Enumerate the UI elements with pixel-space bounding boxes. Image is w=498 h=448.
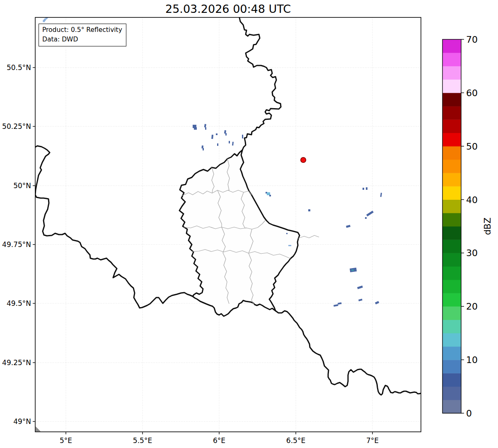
radar-echo — [380, 193, 382, 197]
radar-site-marker — [301, 157, 306, 163]
border-luxembourg — [179, 150, 300, 316]
radar-echo — [308, 209, 310, 211]
radar-echo — [286, 233, 288, 234]
colorbar-segment — [442, 146, 461, 160]
colorbar-segment — [442, 53, 461, 66]
radar-echo — [366, 187, 367, 190]
radar-echo — [363, 188, 364, 190]
border-france-belgium — [35, 146, 193, 308]
product-annotation: Product: 0.5° Reflectivity Data: DWD — [39, 24, 126, 46]
colorbar-segment — [442, 293, 461, 307]
colorbar-segment — [442, 39, 461, 53]
colorbar-tick-label: 30 — [466, 248, 478, 258]
colorbar-segment — [442, 119, 461, 133]
colorbar-tick-label: 20 — [466, 301, 478, 312]
radar-echo — [225, 133, 227, 136]
colorbar-tick-label: 0 — [466, 408, 472, 419]
colorbar-tick-label: 10 — [466, 355, 478, 365]
radar-echo — [216, 133, 218, 135]
colorbar-tick-label: 40 — [466, 195, 478, 205]
colorbar-ticks: 010203040506070 — [461, 34, 478, 419]
colorbar-segment — [442, 373, 461, 387]
colorbar-segment — [442, 333, 461, 347]
colorbar-segment — [442, 320, 461, 334]
colorbar-segment — [442, 213, 461, 227]
x-tick-label: 5°E — [60, 436, 72, 445]
y-tick-label: 49°N — [13, 417, 31, 426]
colorbar-segment — [442, 266, 461, 280]
radar-echo — [229, 141, 230, 143]
y-tick-label: 49.75°N — [2, 240, 31, 249]
radar-echo — [42, 18, 46, 22]
colorbar-tick-label: 70 — [466, 34, 478, 45]
country-borders — [35, 18, 421, 395]
radar-echo — [242, 135, 243, 138]
x-tick-label: 7°E — [366, 436, 379, 445]
colorbar-segment — [442, 66, 461, 80]
colorbar-tick-label: 60 — [466, 88, 478, 98]
colorbar-segment — [442, 280, 461, 293]
map-plot: 5°E5.5°E6°E6.5°E7°E50.5°N50.25°N50°N49.7… — [0, 0, 498, 448]
y-tick-label: 50°N — [13, 182, 31, 190]
colorbar-segment — [442, 160, 461, 173]
radar-echo — [269, 195, 271, 196]
radar-echo — [205, 127, 206, 130]
radar-echo — [358, 299, 363, 301]
radar-echo — [366, 211, 374, 216]
y-tick-label: 50.25°N — [2, 122, 31, 131]
colorbar-segment — [442, 360, 461, 373]
colorbar-segment — [442, 93, 461, 107]
y-tick-label: 50.5°N — [7, 63, 31, 72]
colorbar-label: dBZ — [483, 218, 493, 235]
y-tick-label: 49.5°N — [7, 299, 31, 308]
annotation-data-line: Data: DWD — [42, 35, 122, 44]
canton-line — [298, 235, 319, 238]
x-tick-label: 5.5°E — [133, 436, 152, 445]
y-tick-label: 49.25°N — [2, 358, 31, 367]
axis-tick-labels: 5°E5.5°E6°E6.5°E7°E50.5°N50.25°N50°N49.7… — [2, 63, 379, 445]
colorbar-segment — [442, 133, 461, 147]
radar-echo — [346, 225, 351, 228]
colorbar-segment — [442, 186, 461, 200]
radar-echo — [204, 124, 206, 128]
colorbar-segment — [442, 240, 461, 253]
radar-echo — [217, 143, 218, 146]
radar-echo — [351, 269, 354, 271]
radar-echo — [334, 304, 338, 307]
radar-echo — [288, 245, 291, 246]
radar-echo — [267, 192, 270, 195]
colorbar-segment — [442, 253, 461, 266]
radar-echo — [375, 301, 379, 304]
colorbar-segment — [442, 80, 461, 93]
annotation-product-line: Product: 0.5° Reflectivity — [42, 25, 122, 35]
colorbar-segment — [442, 306, 461, 320]
colorbar-segment — [442, 400, 461, 414]
colorbar-tick-label: 50 — [466, 141, 478, 152]
radar-echo — [232, 142, 234, 145]
colorbar-segment — [442, 106, 461, 120]
colorbar-segment — [442, 226, 461, 240]
border-belgium-germany — [239, 18, 281, 150]
x-tick-label: 6.5°E — [286, 436, 305, 445]
border-france-germany — [276, 311, 421, 395]
colorbar-segment — [442, 346, 461, 360]
radar-figure: 5°E5.5°E6°E6.5°E7°E50.5°N50.25°N50°N49.7… — [0, 0, 498, 448]
radar-echo — [357, 286, 363, 289]
figure-title: 25.03.2026 00:48 UTC — [35, 2, 421, 15]
radar-echo — [338, 302, 342, 305]
corner-wedge — [36, 426, 41, 431]
colorbar-segment — [442, 387, 461, 400]
colorbar-segment — [442, 173, 461, 186]
radar-echo — [203, 148, 204, 150]
x-tick-label: 6°E — [213, 436, 225, 445]
radar-echo — [365, 217, 367, 219]
radar-echo — [194, 127, 197, 130]
colorbar — [442, 39, 461, 414]
radar-echo — [211, 135, 213, 139]
colorbar-segment — [442, 200, 461, 213]
